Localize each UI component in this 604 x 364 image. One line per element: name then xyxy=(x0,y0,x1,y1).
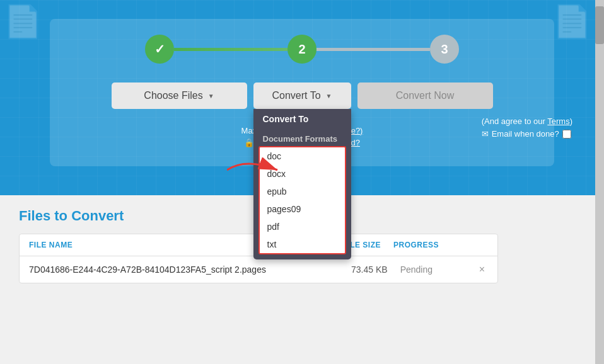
step-progress-bar: ✓ 2 3 xyxy=(69,35,535,64)
choose-files-button[interactable]: Choose Files ▼ xyxy=(112,82,247,109)
dropdown-list: doc docx epub pages09 pdf txt xyxy=(258,146,346,254)
scrollbar-thumb[interactable] xyxy=(595,6,604,44)
email-icon: ✉ xyxy=(482,129,489,139)
scrollbar[interactable] xyxy=(595,0,604,364)
step-3-label: 3 xyxy=(441,42,448,57)
email-section: (And agree to our Terms) ✉ Email when do… xyxy=(482,117,572,139)
header-section: 📄 📄 ✓ 2 3 Choose Files ▼ xyxy=(0,0,604,195)
decorative-icon-left: 📄 xyxy=(3,3,42,40)
dropdown-item-pdf[interactable]: pdf xyxy=(260,218,345,236)
col-progress-header: PROGRESS xyxy=(393,241,456,249)
col-actions-header xyxy=(469,241,488,249)
terms-text: (And agree to our Terms) xyxy=(482,117,572,126)
email-when-done-label: Email when done? xyxy=(492,129,559,139)
file-size-cell: 73.45 KB xyxy=(331,264,388,275)
step-3-circle: 3 xyxy=(430,35,459,64)
dropdown-item-epub[interactable]: epub xyxy=(260,183,345,200)
choose-files-arrow-icon: ▼ xyxy=(208,93,214,100)
dropdown-item-doc[interactable]: doc xyxy=(260,147,345,165)
step-1-label: ✓ xyxy=(154,42,165,57)
terms-link[interactable]: Terms xyxy=(547,117,569,126)
step-1-circle: ✓ xyxy=(145,35,174,64)
choose-files-label: Choose Files xyxy=(144,90,202,101)
steps-container: ✓ 2 3 Choose Files ▼ Convert To ▼ xyxy=(50,19,554,166)
convert-now-label: Convert Now xyxy=(396,90,454,101)
dropdown-item-docx[interactable]: docx xyxy=(260,165,345,183)
files-title-highlight: Convert xyxy=(71,208,124,224)
step-2-circle: 2 xyxy=(287,35,317,64)
convert-to-dropdown: Convert To Document Formats doc docx epu… xyxy=(253,109,351,259)
dropdown-item-pages09[interactable]: pages09 xyxy=(260,200,345,218)
dropdown-item-txt[interactable]: txt xyxy=(260,236,345,253)
decorative-icon-right: 📄 xyxy=(552,3,591,40)
convert-to-label: Convert To xyxy=(272,90,321,101)
convert-now-button[interactable]: Convert Now xyxy=(357,82,493,109)
dropdown-header: Convert To xyxy=(253,109,351,129)
email-checkbox[interactable] xyxy=(562,130,571,139)
dropdown-section-title: Document Formats xyxy=(253,129,351,146)
file-name-cell: 7D041686-E244-4C29-A72B-84104D123FA5_scr… xyxy=(29,264,318,275)
convert-to-arrow-icon: ▼ xyxy=(326,93,332,100)
step-line-1 xyxy=(174,48,287,51)
email-row: ✉ Email when done? xyxy=(482,129,572,139)
step-2-label: 2 xyxy=(298,42,305,57)
action-buttons-row: Choose Files ▼ Convert To ▼ Convert To D… xyxy=(69,82,535,109)
step-line-2 xyxy=(317,48,430,51)
convert-to-button[interactable]: Convert To ▼ xyxy=(253,82,351,109)
remove-file-button[interactable]: × xyxy=(476,264,488,275)
convert-to-section: Convert To ▼ Convert To Document Formats… xyxy=(253,82,351,109)
table-row: 7D041686-E244-4C29-A72B-84104D123FA5_scr… xyxy=(20,256,497,283)
file-progress-cell: Pending xyxy=(400,264,463,275)
